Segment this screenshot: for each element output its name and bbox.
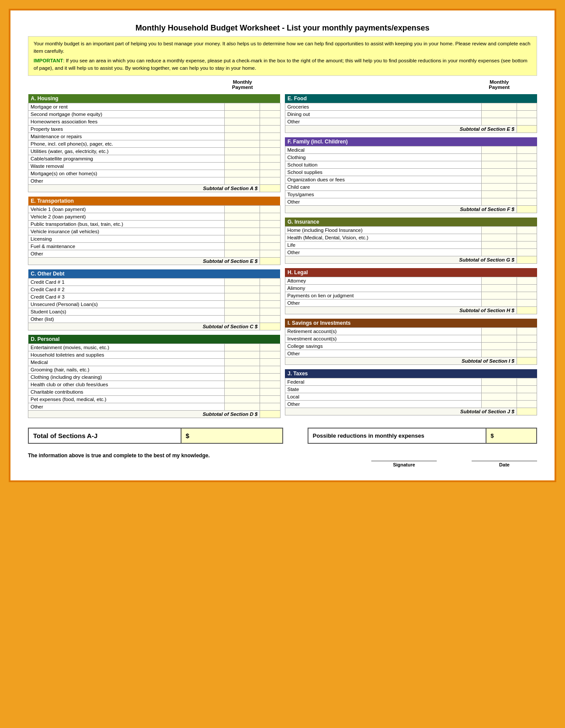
table-row: Other	[285, 198, 537, 206]
section-g-table: G. Insurance Home (including Flood Insur…	[285, 218, 538, 264]
table-row: Maintenance or repairs	[28, 133, 281, 140]
section-h-header: H. Legal	[285, 268, 537, 277]
table-row: Waste removal	[28, 163, 281, 170]
section-c-header-row: C. Other Debt	[28, 269, 281, 279]
monthly-payment-header-right: MonthlyPayment	[482, 79, 517, 90]
page-title: Monthly Household Budget Worksheet - Lis…	[28, 24, 537, 33]
table-row: Credit Card # 1	[28, 279, 281, 286]
section-h-header-row: H. Legal	[285, 268, 537, 277]
table-row: Vehicle 1 (loan payment)	[28, 206, 281, 213]
possible-reductions-label: Possible reductions in monthly expenses	[308, 428, 486, 443]
section-food-header-row: E. Food	[285, 94, 537, 103]
section-a-header-row: A. Housing	[28, 94, 281, 103]
subtotal-g-row: Subtotal of Section G $	[285, 256, 537, 264]
section-food-table: E. Food Groceries Dining out Other	[285, 94, 538, 133]
table-row: Cable/satellite programming	[28, 155, 281, 163]
table-row: Entertainment (movies, music, etc.)	[28, 344, 281, 351]
monthly-payment-header-left: MonthlyPayment	[225, 79, 260, 90]
subtotal-j-row: Subtotal of Section J $	[285, 408, 537, 415]
section-j-table: J. Taxes Federal State Local	[285, 369, 538, 415]
table-row: Home (including Flood Insurance)	[285, 227, 537, 234]
subtotal-transport-row: Subtotal of Section E $	[28, 258, 281, 265]
section-a-header-table: MonthlyPayment	[28, 79, 281, 90]
table-row: Investment account(s)	[285, 335, 537, 343]
total-section: Total of Sections A-J $ Possible reducti…	[28, 428, 537, 444]
section-i-table: I. Savings or Investments Retirement acc…	[285, 319, 538, 365]
section-e-header-table: MonthlyPayment	[285, 79, 538, 90]
table-row: Clothing	[285, 154, 537, 161]
section-f-table: F. Family (incl. Children) Medical Cloth…	[285, 137, 538, 213]
table-row: Other	[285, 118, 537, 126]
table-row: Other	[28, 403, 281, 411]
section-j-header: J. Taxes	[285, 369, 537, 378]
page: Monthly Household Budget Worksheet - Lis…	[9, 9, 556, 482]
table-row: College savings	[285, 343, 537, 350]
important-text: : If you see an area in which you can re…	[34, 58, 527, 71]
section-c-table: C. Other Debt Credit Card # 1 Credit Car…	[28, 269, 281, 330]
total-row: Total of Sections A-J $ Possible reducti…	[28, 428, 537, 443]
table-row: Fuel & maintenance	[28, 243, 281, 250]
table-row: Phone, incl. cell phone(s), pager, etc.	[28, 140, 281, 148]
table-row: Unsecured (Personal) Loan(s)	[28, 301, 281, 308]
section-h-table: H. Legal Attorney Alimony Payments on li…	[285, 268, 538, 314]
possible-reductions-amount[interactable]: $	[486, 428, 537, 443]
table-row: Grooming (hair, nails, etc.)	[28, 366, 281, 374]
date-field[interactable]: Date	[472, 461, 537, 467]
table-row: Pet expenses (food, medical, etc.)	[28, 396, 281, 403]
table-row: Other	[28, 177, 281, 185]
table-row: Medical	[28, 359, 281, 366]
table-row: Other	[285, 350, 537, 357]
section-transport-header: E. Transportation	[28, 197, 281, 206]
table-row: Health club or other club fees/dues	[28, 381, 281, 388]
header-row-right: MonthlyPayment	[285, 79, 538, 90]
subtotal-d-row: Subtotal of Section D $	[28, 411, 281, 418]
left-column: MonthlyPayment A. Housing Mortgage or re…	[28, 79, 281, 422]
section-g-header: G. Insurance	[285, 218, 537, 227]
important-label: IMPORTANT	[34, 58, 63, 63]
signature-label: Signature	[393, 462, 415, 467]
signature-section: The information above is true and comple…	[28, 452, 537, 467]
section-a-header: A. Housing	[28, 94, 281, 103]
table-row: Other	[28, 250, 281, 258]
table-row: Other	[285, 401, 537, 408]
section-transport-table: E. Transportation Vehicle 1 (loan paymen…	[28, 197, 281, 265]
signature-statement: The information above is true and comple…	[28, 452, 537, 459]
table-row: Charitable contributions	[28, 388, 281, 396]
signature-area: Signature Date	[28, 461, 537, 467]
table-row: Organization dues or fees	[285, 176, 537, 184]
section-f-header-row: F. Family (incl. Children)	[285, 137, 537, 146]
section-food-header: E. Food	[285, 94, 537, 103]
table-row: State	[285, 386, 537, 393]
table-row: Medical	[285, 146, 537, 154]
table-row: Local	[285, 393, 537, 401]
section-d-table: D. Personal Entertainment (movies, music…	[28, 335, 281, 418]
signature-field[interactable]: Signature	[371, 461, 437, 467]
table-row: Groceries	[285, 103, 537, 111]
table-row: Credit Card # 2	[28, 286, 281, 293]
table-row: Student Loan(s)	[28, 308, 281, 316]
table-row: Homeowners association fees	[28, 118, 281, 126]
header-row: MonthlyPayment	[28, 79, 281, 90]
table-row: Household toiletries and supplies	[28, 351, 281, 359]
table-row: Alimony	[285, 285, 537, 292]
table-row: Clothing (including dry cleaning)	[28, 374, 281, 381]
table-row: Other	[285, 299, 537, 307]
section-j-header-row: J. Taxes	[285, 369, 537, 378]
subtotal-c-row: Subtotal of Section C $	[28, 323, 281, 330]
subtotal-a-row: Subtotal of Section A $	[28, 185, 281, 192]
table-row: Mortgage or rent	[28, 103, 281, 111]
subtotal-food-row: Subtotal of Section E $	[285, 126, 537, 133]
subtotal-i-row: Subtotal of Section I $	[285, 357, 537, 365]
total-table: Total of Sections A-J $ Possible reducti…	[28, 428, 537, 444]
total-amount-cell[interactable]: $	[181, 428, 283, 443]
table-row: Other	[285, 249, 537, 256]
table-row: Public transportation (bus, taxi, train,…	[28, 221, 281, 228]
section-f-header: F. Family (incl. Children)	[285, 137, 537, 146]
right-column: MonthlyPayment E. Food Groceries Dining …	[285, 79, 538, 422]
section-d-header-row: D. Personal	[28, 335, 281, 344]
table-row: Licensing	[28, 235, 281, 243]
title-main: Monthly Household Budget Worksheet	[136, 24, 280, 32]
table-row: Second mortgage (home equity)	[28, 111, 281, 118]
table-row: Payments on lien or judgment	[285, 292, 537, 299]
section-i-header: I. Savings or Investments	[285, 319, 537, 328]
